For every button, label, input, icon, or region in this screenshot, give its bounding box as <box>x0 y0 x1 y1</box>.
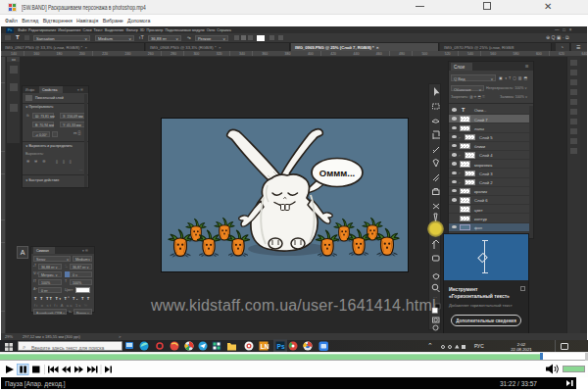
svg-text:LN: LN <box>261 343 270 350</box>
svg-text:Оммм...: Оммм... <box>319 167 355 177</box>
svg-text:Ps: Ps <box>277 343 285 350</box>
